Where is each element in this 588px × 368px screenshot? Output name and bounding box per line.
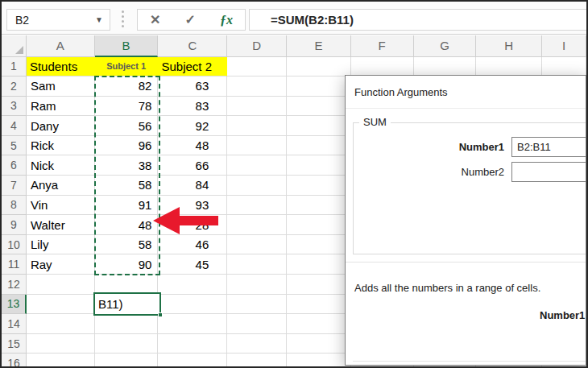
cell-C12[interactable] [158,275,227,295]
cell-B16[interactable] [95,354,159,368]
cell-C13[interactable] [158,295,227,315]
cell-C8[interactable]: 93 [158,196,227,216]
cell-E6[interactable] [287,155,351,176]
column-header-E[interactable]: E [287,35,351,57]
row-header-12[interactable]: 12 [2,275,27,295]
column-header-D[interactable]: D [227,35,287,57]
cell-E2[interactable] [287,76,351,97]
cell-E4[interactable] [287,116,351,136]
row-header-2[interactable]: 2 [2,76,27,97]
cell-C3[interactable]: 83 [158,97,227,117]
drag-handle-icon[interactable] [122,10,124,27]
cell-D6[interactable] [227,155,287,176]
column-header-C[interactable]: C [158,35,227,57]
cell-B1[interactable]: Subject 1 [95,57,159,77]
select-all-button[interactable] [2,35,27,57]
cell-C9[interactable]: 28 [158,215,227,235]
cell-B15[interactable] [95,334,159,354]
column-header-G[interactable]: G [414,35,477,57]
cell-E14[interactable] [287,314,351,334]
chevron-down-icon[interactable]: ▼ [95,15,110,24]
column-header-F[interactable]: F [351,35,414,57]
cell-E7[interactable] [287,176,351,196]
cell-A7[interactable]: Anya [27,176,95,196]
cell-D8[interactable] [227,196,287,216]
cell-E3[interactable] [287,97,351,117]
row-header-8[interactable]: 8 [2,196,27,216]
number2-field[interactable] [511,162,586,182]
row-header-9[interactable]: 9 [2,215,27,235]
cell-D9[interactable] [227,215,287,235]
cancel-icon[interactable]: ✕ [150,12,160,27]
cell-C14[interactable] [158,314,227,334]
cell-C5[interactable]: 48 [158,136,227,156]
cell-E8[interactable] [287,196,351,216]
cell-D13[interactable] [227,295,287,315]
row-header-3[interactable]: 3 [2,97,27,117]
cell-B4[interactable]: 56 [95,116,159,136]
row-header-6[interactable]: 6 [2,155,27,176]
row-header-13[interactable]: 13 [2,295,27,315]
cell-B11[interactable]: 90 [95,254,159,275]
fill-handle[interactable] [158,312,163,317]
cell-C10[interactable]: 46 [158,235,227,255]
column-header-A[interactable]: A [27,35,95,57]
cell-A10[interactable]: Lily [27,235,95,255]
formula-bar[interactable]: =SUM(B2:B11) [249,9,586,31]
cell-C4[interactable]: 92 [158,116,227,136]
cell-E5[interactable] [287,136,351,156]
cell-E10[interactable] [287,235,351,255]
cell-D2[interactable] [227,76,287,97]
row-header-16[interactable]: 16 [2,354,27,368]
active-cell-b13[interactable]: B11) [93,292,161,316]
cell-A15[interactable] [27,334,95,354]
row-header-4[interactable]: 4 [2,116,27,136]
column-header-I[interactable]: I [542,35,586,57]
cell-A9[interactable]: Walter [27,215,95,235]
enter-icon[interactable]: ✓ [185,12,196,27]
column-header-H[interactable]: H [476,35,542,57]
cell-B10[interactable]: 58 [95,235,159,255]
cell-C2[interactable]: 63 [158,76,227,97]
cell-D7[interactable] [227,176,287,196]
cell-F1[interactable] [351,57,414,77]
cell-C11[interactable]: 45 [158,254,227,275]
cell-E1[interactable] [287,57,351,77]
cell-E12[interactable] [287,275,351,295]
row-header-10[interactable]: 10 [2,235,27,255]
cell-A8[interactable]: Vin [27,196,95,216]
cell-D1[interactable] [227,57,287,77]
cell-G1[interactable] [414,57,477,77]
number1-field[interactable]: B2:B11 [511,137,586,157]
cell-E9[interactable] [287,215,351,235]
row-header-11[interactable]: 11 [2,254,27,275]
cell-C16[interactable] [158,354,227,368]
cell-B14[interactable] [95,314,159,334]
cell-H1[interactable] [476,57,542,77]
cell-B6[interactable]: 38 [95,155,159,176]
cell-D5[interactable] [227,136,287,156]
row-header-1[interactable]: 1 [2,57,27,77]
cell-D10[interactable] [227,235,287,255]
cell-A11[interactable]: Ray [27,254,95,275]
cell-A3[interactable]: Ram [27,97,95,117]
cell-A13[interactable] [27,295,95,315]
cell-A1[interactable]: Students [27,57,95,77]
cell-E13[interactable] [287,295,351,315]
row-header-14[interactable]: 14 [2,314,27,334]
column-header-B[interactable]: B [95,35,159,57]
cell-E11[interactable] [287,254,351,275]
cell-D16[interactable] [227,354,287,368]
cell-B9[interactable]: 48 [95,215,159,235]
cell-D15[interactable] [227,334,287,354]
cell-A12[interactable] [27,275,95,295]
cell-D3[interactable] [227,97,287,117]
cell-E16[interactable] [287,354,351,368]
cell-A14[interactable] [27,314,95,334]
cell-A6[interactable]: Nick [27,155,95,176]
cell-A4[interactable]: Dany [27,116,95,136]
cell-D14[interactable] [227,314,287,334]
cell-C1[interactable]: Subject 2 [158,57,227,77]
cell-E15[interactable] [287,334,351,354]
cell-B8[interactable]: 91 [95,196,159,216]
